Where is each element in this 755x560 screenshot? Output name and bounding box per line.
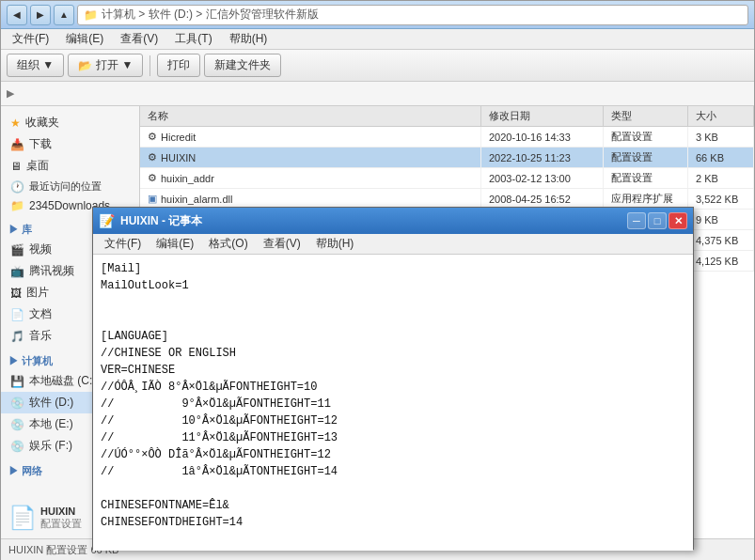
file-type: 配置设置 xyxy=(604,168,688,188)
sidebar-docs-label: 文档 xyxy=(29,306,52,322)
file-name: ⚙Hicredit xyxy=(140,127,481,147)
address-row: ▶ xyxy=(1,82,754,106)
forward-icon: ▶ xyxy=(37,9,44,20)
file-size: 3,522 KB xyxy=(688,189,754,209)
sidebar-favorites-label: 收藏夹 xyxy=(25,115,59,131)
file-size: 4,375 KB xyxy=(688,230,754,250)
np-menu-help[interactable]: 帮助(H) xyxy=(308,234,362,254)
file-date: 2008-04-25 16:52 xyxy=(481,189,604,209)
np-menu-file[interactable]: 文件(F) xyxy=(97,234,149,254)
new-folder-button[interactable]: 新建文件夹 xyxy=(204,54,281,77)
recent-icon: 🕐 xyxy=(10,180,24,194)
sidebar-e-label: 本地 (E:) xyxy=(29,416,73,432)
sidebar-video-label: 视频 xyxy=(29,241,52,257)
back-icon: ◀ xyxy=(13,9,21,20)
file-preview-details: HUIXIN 配置设置 xyxy=(40,506,82,531)
menu-tools[interactable]: 工具(T) xyxy=(167,29,219,49)
sidebar-tencent-label: 腾讯视频 xyxy=(29,263,74,279)
star-icon: ★ xyxy=(10,117,21,130)
dll-icon: ▣ xyxy=(148,193,157,205)
desktop-icon: 🖥 xyxy=(10,160,22,173)
downloads-icon: 📥 xyxy=(10,138,24,151)
tencent-icon: 📺 xyxy=(10,265,24,278)
notepad-maximize-button[interactable]: □ xyxy=(648,212,667,229)
explorer-toolbar: 组织 ▼ 📂打开 ▼ 打印 新建文件夹 xyxy=(1,50,754,82)
col-date[interactable]: 修改日期 xyxy=(481,106,604,126)
file-name: ⚙huixin_addr xyxy=(140,168,481,188)
menu-file[interactable]: 文件(F) xyxy=(5,29,56,49)
file-date: 2003-02-12 13:00 xyxy=(481,168,604,188)
drive-e-icon: 💿 xyxy=(10,418,24,431)
up-button[interactable]: ▲ xyxy=(54,5,74,25)
favorites-section: ★ 收藏夹 📥 下载 🖥 桌面 🕐 最近访问的位置 📁 2345Do xyxy=(1,110,139,217)
menu-view[interactable]: 查看(V) xyxy=(113,29,165,49)
preview-type: 配置设置 xyxy=(40,517,82,531)
file-list-header: 名称 修改日期 类型 大小 xyxy=(140,106,754,127)
file-size: 66 KB xyxy=(688,148,754,167)
notepad-title-left: 📝 HUIXIN - 记事本 xyxy=(99,213,202,229)
notepad-text-area[interactable]: [Mail] MailOutLook=1 [LANGUAGE] //CHINES… xyxy=(93,255,693,551)
preview-name: HUIXIN xyxy=(40,506,82,517)
sidebar-item-downloads[interactable]: 📥 下载 xyxy=(1,133,139,155)
sidebar-item-desktop[interactable]: 🖥 桌面 xyxy=(1,155,139,177)
sidebar-d-label: 软件 (D:) xyxy=(29,395,73,411)
drive-f-icon: 💿 xyxy=(10,440,24,453)
file-name: ▣huixin_alarm.dll xyxy=(140,189,481,209)
file-size: 3 KB xyxy=(688,127,754,147)
notepad-window: 📝 HUIXIN - 记事本 ─ □ ✕ 文件(F) 编辑(E) 格式(O) 查… xyxy=(92,207,694,550)
notepad-controls: ─ □ ✕ xyxy=(627,212,687,229)
back-button[interactable]: ◀ xyxy=(7,5,27,25)
explorer-nav: ◀ ▶ ▲ 📁 计算机 > 软件 (D:) > 汇信外贸管理软件新版 xyxy=(7,5,748,25)
notepad-title-bar: 📝 HUIXIN - 记事本 ─ □ ✕ xyxy=(93,208,693,234)
drive-d-icon: 💿 xyxy=(10,397,24,410)
sidebar-pictures-label: 图片 xyxy=(26,285,49,301)
explorer-title-bar: ◀ ▶ ▲ 📁 计算机 > 软件 (D:) > 汇信外贸管理软件新版 xyxy=(1,1,754,29)
notepad-minimize-button[interactable]: ─ xyxy=(627,212,646,229)
file-row[interactable]: ⚙HUIXIN 2022-10-25 11:23 配置设置 66 KB xyxy=(140,148,754,168)
file-size: 9 KB xyxy=(688,210,754,229)
sidebar-downloads-label: 下载 xyxy=(29,136,52,152)
2345-icon: 📁 xyxy=(10,199,24,212)
address-label: ▶ xyxy=(7,87,14,100)
notepad-title-text: HUIXIN - 记事本 xyxy=(120,213,202,229)
file-type: 应用程序扩展 xyxy=(604,189,688,209)
np-menu-format[interactable]: 格式(O) xyxy=(201,234,255,254)
sidebar-item-favorites[interactable]: ★ 收藏夹 xyxy=(1,112,139,133)
file-date: 2022-10-25 11:23 xyxy=(481,148,604,167)
file-row[interactable]: ⚙Hicredit 2020-10-16 14:33 配置设置 3 KB xyxy=(140,127,754,148)
file-icon: ⚙ xyxy=(148,172,157,184)
up-icon: ▲ xyxy=(59,9,69,20)
file-type: 配置设置 xyxy=(604,127,688,147)
sidebar-c-label: 本地磁盘 (C:) xyxy=(29,373,96,389)
notepad-menu-bar: 文件(F) 编辑(E) 格式(O) 查看(V) 帮助(H) xyxy=(93,234,693,255)
forward-button[interactable]: ▶ xyxy=(30,5,51,25)
pictures-icon: 🖼 xyxy=(10,287,22,300)
explorer-menu-bar: 文件(F) 编辑(E) 查看(V) 工具(T) 帮助(H) xyxy=(1,29,754,50)
file-type: 配置设置 xyxy=(604,148,688,167)
file-row[interactable]: ⚙huixin_addr 2003-02-12 13:00 配置设置 2 KB xyxy=(140,168,754,189)
print-button[interactable]: 打印 xyxy=(157,54,200,77)
np-menu-view[interactable]: 查看(V) xyxy=(256,234,308,254)
file-preview-icon: 📄 xyxy=(8,505,37,531)
np-menu-edit[interactable]: 编辑(E) xyxy=(149,234,201,254)
sidebar-desktop-label: 桌面 xyxy=(26,158,49,174)
organize-button[interactable]: 组织 ▼ xyxy=(7,54,64,77)
col-size[interactable]: 大小 xyxy=(688,106,754,126)
sidebar-item-recent[interactable]: 🕐 最近访问的位置 xyxy=(1,177,139,196)
video-icon: 🎬 xyxy=(10,243,24,257)
open-button[interactable]: 📂打开 ▼ xyxy=(68,54,143,77)
menu-edit[interactable]: 编辑(E) xyxy=(58,29,111,49)
menu-help[interactable]: 帮助(H) xyxy=(222,29,275,49)
file-name: ⚙HUIXIN xyxy=(140,148,481,167)
address-bar[interactable]: 📁 计算机 > 软件 (D:) > 汇信外贸管理软件新版 xyxy=(77,5,748,25)
file-icon: ⚙ xyxy=(148,131,157,143)
sidebar-music-label: 音乐 xyxy=(29,328,52,344)
drive-c-icon: 💾 xyxy=(10,375,24,388)
col-type[interactable]: 类型 xyxy=(604,106,688,126)
path-text: 计算机 > 软件 (D:) > 汇信外贸管理软件新版 xyxy=(102,7,319,23)
sidebar-recent-label: 最近访问的位置 xyxy=(29,179,102,194)
notepad-close-button[interactable]: ✕ xyxy=(668,212,687,229)
notepad-app-icon: 📝 xyxy=(99,213,115,228)
col-name[interactable]: 名称 xyxy=(140,106,481,126)
open-icon: 📂 xyxy=(78,59,92,72)
